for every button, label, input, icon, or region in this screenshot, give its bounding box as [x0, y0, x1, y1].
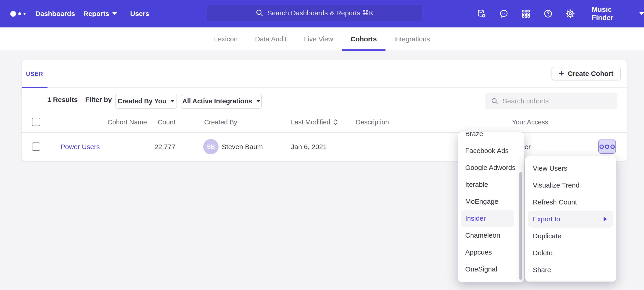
- menu-item-export-to[interactable]: Export to...: [528, 211, 613, 228]
- created-by-filter-dropdown[interactable]: Created By You: [115, 94, 177, 109]
- chevron-down-icon: [170, 100, 174, 102]
- plus-icon: +: [559, 69, 564, 78]
- menu-item-delete[interactable]: Delete: [525, 244, 616, 261]
- column-last-modified[interactable]: Last Modified: [291, 112, 338, 133]
- chevron-down-icon: [640, 12, 644, 15]
- settings-gear-icon[interactable]: [566, 9, 575, 19]
- menu-item-view-users[interactable]: View Users: [525, 160, 616, 177]
- nav-dashboards[interactable]: Dashboards: [36, 0, 75, 28]
- tab-user-cohorts[interactable]: USER: [22, 60, 48, 88]
- data-settings-icon[interactable]: [477, 9, 486, 19]
- tab-label: Live View: [304, 35, 333, 43]
- section-tabs: Lexicon Data Audit Live View Cohorts Int…: [0, 28, 644, 51]
- feedback-icon[interactable]: [499, 9, 508, 19]
- last-modified-date: Jan 6, 2021: [291, 133, 327, 161]
- account-name: Music Finder: [592, 6, 634, 22]
- column-count[interactable]: Count: [145, 112, 176, 133]
- column-cohort-name[interactable]: Cohort Name: [108, 112, 147, 133]
- nav-reports-label: Reports: [83, 10, 109, 18]
- menu-item-moengage[interactable]: MoEngage: [458, 193, 524, 210]
- cohort-search-field[interactable]: [485, 93, 617, 109]
- export-submenu: Braze Facebook Ads Google Adwords Iterab…: [458, 132, 524, 282]
- tab-label: Lexicon: [214, 35, 238, 43]
- ellipsis-icon: [610, 144, 615, 149]
- apps-grid-icon[interactable]: [521, 9, 531, 19]
- column-your-access[interactable]: Your Access: [512, 112, 548, 133]
- global-search-placeholder: Search Dashboards & Reports ⌘K: [267, 9, 374, 17]
- cohort-name-link[interactable]: Power Users: [60, 133, 100, 161]
- row-checkbox[interactable]: [32, 142, 40, 151]
- top-navigation-bar: Dashboards Reports Users Search Dashboar…: [0, 0, 644, 28]
- cohort-type-header: USER + Create Cohort: [22, 60, 627, 88]
- tab-live-view[interactable]: Live View: [295, 28, 342, 51]
- menu-item-facebook-ads[interactable]: Facebook Ads: [458, 142, 524, 159]
- user-tab-underline: [22, 87, 48, 88]
- logo-dot-icon: [10, 11, 16, 17]
- menu-item-chameleon[interactable]: Chameleon: [458, 227, 524, 244]
- app-logo[interactable]: [10, 0, 26, 28]
- topbar-icon-group: [477, 0, 575, 28]
- global-search-button[interactable]: Search Dashboards & Reports ⌘K: [207, 5, 422, 21]
- nav-dashboards-label: Dashboards: [36, 10, 75, 18]
- menu-item-insider[interactable]: Insider: [461, 210, 514, 227]
- help-icon[interactable]: [543, 9, 553, 19]
- search-icon: [491, 97, 498, 105]
- created-by-name: Steven Baum: [222, 133, 263, 161]
- tab-label: Cohorts: [350, 35, 377, 43]
- search-icon: [255, 9, 264, 17]
- nav-reports[interactable]: Reports: [83, 0, 117, 28]
- row-actions-button[interactable]: [598, 139, 616, 154]
- cohort-count: 22,777: [145, 133, 176, 161]
- nav-users-label: Users: [130, 10, 149, 18]
- integrations-filter-dropdown[interactable]: All Active Integrations: [181, 94, 262, 109]
- results-count: 1 Results: [47, 88, 78, 112]
- menu-item-onesignal[interactable]: OneSignal: [458, 261, 524, 278]
- chevron-down-icon: [112, 12, 117, 15]
- tab-cohorts[interactable]: Cohorts: [342, 28, 386, 51]
- create-cohort-label: Create Cohort: [568, 70, 614, 78]
- integrations-filter-label: All Active Integrations: [182, 97, 252, 105]
- cohorts-card: USER + Create Cohort 1 Results Filter by…: [22, 60, 627, 161]
- menu-item-share[interactable]: Share: [525, 261, 616, 278]
- created-by-filter-label: Created By You: [118, 97, 166, 105]
- user-tab-label: USER: [26, 71, 43, 77]
- avatar: SB: [203, 139, 218, 154]
- cohort-search-input[interactable]: [503, 97, 611, 105]
- cohorts-page: Dashboards Reports Users Search Dashboar…: [0, 0, 644, 290]
- menu-item-iterable[interactable]: Iterable: [458, 176, 524, 193]
- submenu-scrollbar[interactable]: [519, 172, 522, 280]
- tab-label: Integrations: [394, 35, 430, 43]
- select-all-checkbox[interactable]: [32, 118, 40, 126]
- active-tab-underline: [342, 49, 386, 51]
- menu-item-appcues[interactable]: Appcues: [458, 244, 524, 261]
- sort-icon[interactable]: [333, 119, 338, 125]
- column-created-by[interactable]: Created By: [204, 112, 237, 133]
- export-submenu-list: Braze Facebook Ads Google Adwords Iterab…: [458, 132, 524, 278]
- tab-integrations[interactable]: Integrations: [386, 28, 439, 51]
- divider: [78, 95, 78, 107]
- menu-item-visualize-trend[interactable]: Visualize Trend: [525, 177, 616, 194]
- menu-item-duplicate[interactable]: Duplicate: [525, 228, 616, 244]
- menu-item-braze[interactable]: Braze: [458, 132, 524, 142]
- create-cohort-button[interactable]: + Create Cohort: [552, 67, 621, 80]
- ellipsis-icon: [605, 144, 609, 149]
- submenu-arrow-icon: [604, 217, 607, 221]
- tab-lexicon[interactable]: Lexicon: [205, 28, 246, 51]
- column-description[interactable]: Description: [356, 112, 389, 133]
- table-header: Cohort Name Count Created By Last Modifi…: [22, 112, 627, 133]
- tab-label: Data Audit: [255, 35, 286, 43]
- nav-users[interactable]: Users: [130, 0, 149, 28]
- logo-dot-icon: [24, 13, 26, 15]
- menu-item-refresh-count[interactable]: Refresh Count: [525, 194, 616, 211]
- menu-item-google-adwords[interactable]: Google Adwords: [458, 159, 524, 176]
- logo-dot-icon: [18, 12, 21, 15]
- chevron-down-icon: [256, 100, 260, 102]
- tab-data-audit[interactable]: Data Audit: [246, 28, 295, 51]
- ellipsis-icon: [600, 144, 604, 149]
- account-menu[interactable]: Music Finder: [592, 0, 644, 28]
- row-context-menu: View Users Visualize Trend Refresh Count…: [525, 156, 616, 281]
- filter-by-label: Filter by: [85, 88, 112, 112]
